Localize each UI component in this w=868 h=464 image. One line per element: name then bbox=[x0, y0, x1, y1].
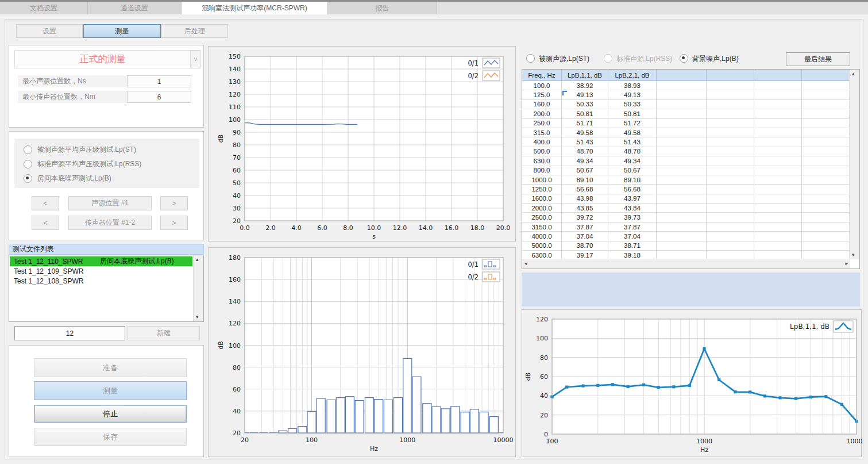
table-cell[interactable] bbox=[707, 90, 754, 99]
table-cell[interactable] bbox=[707, 81, 754, 90]
table-cell[interactable] bbox=[754, 194, 802, 204]
table-cell[interactable] bbox=[657, 128, 707, 137]
table-cell[interactable] bbox=[657, 166, 707, 175]
table-cell[interactable]: 50.33 bbox=[562, 100, 608, 109]
table-cell[interactable]: 38.93 bbox=[608, 81, 657, 90]
table-cell[interactable] bbox=[754, 185, 802, 194]
table-cell[interactable] bbox=[754, 232, 802, 241]
measure-button[interactable]: 测量 bbox=[34, 381, 187, 400]
table-cell[interactable]: 50.81 bbox=[608, 109, 657, 118]
table-cell[interactable] bbox=[802, 223, 850, 232]
table-cell[interactable] bbox=[657, 223, 707, 232]
new-file-button[interactable]: 新建 bbox=[128, 326, 200, 340]
table-cell[interactable] bbox=[707, 109, 754, 118]
table-cell[interactable]: 630.0 bbox=[522, 156, 562, 166]
table-cell[interactable] bbox=[657, 90, 707, 99]
table-cell[interactable]: 800.0 bbox=[522, 166, 562, 175]
table-cell[interactable] bbox=[707, 232, 754, 241]
ns-field-input[interactable]: 1 bbox=[127, 75, 191, 87]
table-cell[interactable]: 5000.0 bbox=[522, 241, 562, 251]
table-cell[interactable] bbox=[754, 119, 802, 128]
table-cell[interactable] bbox=[657, 109, 707, 118]
table-cell[interactable]: 37.04 bbox=[608, 232, 657, 241]
radio-lp-st[interactable] bbox=[24, 145, 32, 154]
table-cell[interactable]: 51.43 bbox=[562, 137, 608, 147]
table-cell[interactable] bbox=[802, 166, 850, 175]
list-item[interactable]: Test 1_12_108_SPWR bbox=[10, 276, 192, 286]
table-cell[interactable] bbox=[707, 137, 754, 147]
table-cell[interactable]: 37.04 bbox=[562, 232, 608, 241]
table-cell[interactable] bbox=[802, 194, 850, 204]
chevron-down-icon[interactable]: ˅ bbox=[191, 50, 200, 68]
table-cell[interactable]: 51.71 bbox=[562, 119, 608, 128]
table-hscrollbar[interactable]: ◂ ▸ bbox=[522, 259, 850, 269]
table-cell[interactable]: 51.72 bbox=[608, 119, 657, 128]
mic-prev-button[interactable]: < bbox=[32, 216, 59, 230]
file-list-scrollbar[interactable]: ▴ ▾ bbox=[193, 255, 203, 321]
table-cell[interactable]: 43.84 bbox=[608, 204, 657, 213]
table-cell[interactable]: 56.68 bbox=[608, 185, 657, 194]
measure-mode-dropdown[interactable]: 正式的测量 bbox=[14, 50, 191, 68]
table-cell[interactable] bbox=[802, 119, 850, 128]
table-cell[interactable]: 49.13 bbox=[608, 90, 657, 99]
table-cell[interactable] bbox=[707, 128, 754, 137]
table-cell[interactable]: 38.92 bbox=[562, 81, 608, 90]
table-cell[interactable] bbox=[707, 204, 754, 213]
table-cell[interactable]: 50.33 bbox=[608, 100, 657, 109]
table-cell[interactable]: 125.0 bbox=[522, 90, 562, 99]
table-cell[interactable]: 38.71 bbox=[608, 241, 657, 251]
table-cell[interactable] bbox=[707, 147, 754, 156]
list-item[interactable]: Test 1_12_110_SPWR房间本底噪声测试,Lp(B) bbox=[10, 256, 192, 266]
table-cell[interactable]: 160.0 bbox=[522, 100, 562, 109]
scroll-right-icon[interactable]: ▸ bbox=[845, 261, 848, 266]
table-cell[interactable] bbox=[802, 185, 850, 194]
table-cell[interactable]: 2500.0 bbox=[522, 213, 562, 222]
tab-mcr-spwr[interactable]: 混响室法测试声功率(MCR-SPWR) bbox=[182, 2, 328, 14]
table-cell[interactable] bbox=[657, 185, 707, 194]
table-cell[interactable]: 250.0 bbox=[522, 119, 562, 128]
table-cell[interactable] bbox=[802, 241, 850, 251]
table-cell[interactable] bbox=[754, 90, 802, 99]
table-cell[interactable]: 49.58 bbox=[562, 128, 608, 137]
table-cell[interactable] bbox=[802, 147, 850, 156]
table-cell[interactable]: 37.87 bbox=[562, 223, 608, 232]
table-vscrollbar[interactable]: ▴ ▾ bbox=[849, 70, 859, 259]
source-prev-button[interactable]: < bbox=[32, 196, 59, 210]
table-cell[interactable] bbox=[657, 81, 707, 90]
table-cell[interactable] bbox=[802, 137, 850, 147]
table-cell[interactable] bbox=[802, 109, 850, 118]
table-cell[interactable] bbox=[707, 100, 754, 109]
table-cell[interactable]: 1250.0 bbox=[522, 185, 562, 194]
table-cell[interactable] bbox=[754, 175, 802, 185]
table-cell[interactable]: 2000.0 bbox=[522, 204, 562, 213]
table-cell[interactable] bbox=[802, 213, 850, 222]
table-cell[interactable]: 39.72 bbox=[562, 213, 608, 222]
table-cell[interactable] bbox=[802, 175, 850, 185]
table-cell[interactable] bbox=[707, 213, 754, 222]
table-cell[interactable]: 48.70 bbox=[608, 147, 657, 156]
table-cell[interactable]: 49.13 bbox=[562, 90, 608, 99]
tab-document-settings[interactable]: 文档设置 bbox=[0, 2, 88, 14]
table-cell[interactable] bbox=[657, 241, 707, 251]
table-cell[interactable]: 37.87 bbox=[608, 223, 657, 232]
table-cell[interactable] bbox=[802, 232, 850, 241]
table-cell[interactable] bbox=[707, 156, 754, 166]
table-cell[interactable] bbox=[657, 119, 707, 128]
table-cell[interactable]: 43.98 bbox=[562, 194, 608, 204]
table-cell[interactable]: 100.0 bbox=[522, 81, 562, 90]
mic-position-button[interactable]: 传声器位置 #1-2 bbox=[68, 216, 152, 230]
table-cell[interactable] bbox=[802, 128, 850, 137]
table-cell[interactable] bbox=[657, 156, 707, 166]
table-cell[interactable] bbox=[754, 81, 802, 90]
table-cell[interactable] bbox=[657, 175, 707, 185]
scroll-down-icon[interactable]: ▾ bbox=[196, 315, 199, 320]
scroll-left-icon[interactable]: ◂ bbox=[524, 261, 527, 266]
table-cell[interactable]: 1600.0 bbox=[522, 194, 562, 204]
table-cell[interactable] bbox=[657, 232, 707, 241]
table-cell[interactable] bbox=[754, 137, 802, 147]
counter-button[interactable]: 12 bbox=[14, 326, 125, 340]
table-cell[interactable]: 50.67 bbox=[562, 166, 608, 175]
subtab-postprocess[interactable]: 后处理 bbox=[161, 24, 228, 38]
tab-channel-settings[interactable]: 通道设置 bbox=[88, 2, 182, 14]
table-cell[interactable]: 315.0 bbox=[522, 128, 562, 137]
